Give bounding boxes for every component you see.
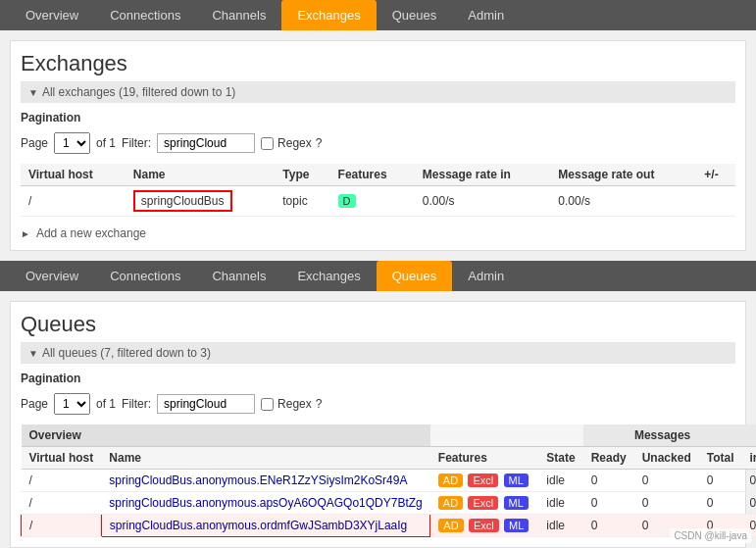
q-page-label: Page: [21, 397, 48, 411]
page-of: of 1: [96, 136, 116, 150]
q-col-ready: Ready: [583, 447, 634, 470]
regex-checkbox[interactable]: [261, 137, 274, 150]
queue-row: / springCloudBus.anonymous.ordmfGwJSambD…: [22, 515, 757, 537]
queues-section: Queues ▼ All queues (7, filtered down to…: [10, 301, 746, 548]
badge-ml: ML: [504, 496, 529, 510]
nav-channels-2[interactable]: Channels: [196, 261, 281, 291]
badge-ml: ML: [504, 519, 529, 532]
add-exchange-label: Add a new exchange: [36, 226, 146, 240]
q-col-rates-h: Message rates: [742, 424, 756, 447]
q-vhost: /: [22, 515, 102, 537]
q-col-state-h: [538, 424, 582, 447]
q-col-incoming: incoming: [742, 447, 756, 470]
queue-row: / springCloudBus.anonymous.ENeR1ZzYSiysI…: [22, 470, 757, 492]
col-rate-out: Message rate out: [550, 164, 696, 186]
q-name[interactable]: springCloudBus.anonymous.apsOyA6OQAGQo1Q…: [101, 492, 430, 515]
q-name[interactable]: springCloudBus.anonymous.ordmfGwJSambD3X…: [101, 515, 430, 537]
queue-row: / springCloudBus.anonymous.apsOyA6OQAGQo…: [22, 492, 757, 515]
col-name: Name: [126, 164, 275, 186]
q-name[interactable]: springCloudBus.anonymous.ENeR1ZzYSiysIm2…: [101, 470, 430, 492]
add-icon: ►: [21, 228, 30, 239]
e-rate-out: 0.00/s: [550, 186, 696, 217]
nav-overview-1[interactable]: Overview: [10, 0, 94, 30]
q-col-state: State: [538, 447, 582, 470]
regex-label: Regex ?: [261, 136, 322, 150]
nav-exchanges-2[interactable]: Exchanges: [281, 261, 376, 291]
nav-channels-1[interactable]: Channels: [196, 0, 281, 30]
filter-input[interactable]: [157, 133, 255, 153]
expand-icon-2: ▼: [28, 348, 38, 359]
col-features: Features: [330, 164, 415, 186]
nav-overview-2[interactable]: Overview: [10, 261, 94, 291]
queues-title: Queues: [21, 312, 735, 337]
add-exchange-row[interactable]: ► Add a new exchange: [21, 226, 735, 240]
nav-queues-2[interactable]: Queues: [377, 261, 453, 291]
q-state: idle: [538, 492, 582, 515]
exchanges-pagination: Page 1 of 1 Filter: Regex ?: [21, 132, 735, 154]
expand-icon: ▼: [28, 87, 38, 98]
q-ready: 0: [583, 515, 634, 537]
e-type: topic: [275, 186, 329, 217]
q-features: AD Excl ML: [430, 515, 539, 537]
exchange-row: / springCloudBus topic D 0.00/s 0.00/s: [21, 186, 735, 217]
exchanges-table: Virtual host Name Type Features Message …: [21, 164, 735, 217]
q-unacked: 0: [634, 470, 699, 492]
q-ready: 0: [583, 492, 634, 515]
e-rate-in: 0.00/s: [415, 186, 551, 217]
q-filter-input[interactable]: [157, 394, 255, 414]
q-col-unacked: Unacked: [634, 447, 699, 470]
q-total: 0: [699, 492, 742, 515]
nav-exchanges-1[interactable]: Exchanges: [281, 0, 376, 30]
q-col-name: Name: [101, 447, 430, 470]
pagination-label: Pagination: [21, 111, 80, 125]
q-col-features: Features: [430, 447, 539, 470]
q-total: 0: [699, 470, 742, 492]
nav-queues-1[interactable]: Queues: [377, 0, 453, 30]
badge-ad: AD: [438, 473, 463, 487]
q-incoming: 0.00/s: [742, 492, 756, 515]
nav-connections-1[interactable]: Connections: [94, 0, 196, 30]
q-col-vhost: Virtual host: [22, 447, 102, 470]
q-features: AD Excl ML: [430, 470, 539, 492]
page-label: Page: [21, 136, 48, 150]
col-vhost: Virtual host: [21, 164, 126, 186]
badge-exc: Excl: [469, 519, 499, 532]
badge-ml: ML: [504, 473, 529, 487]
q-vhost: /: [22, 470, 102, 492]
q-page-of: of 1: [96, 397, 116, 411]
col-type: Type: [275, 164, 329, 186]
q-state: idle: [538, 470, 582, 492]
nav-admin-1[interactable]: Admin: [452, 0, 520, 30]
exchanges-summary: ▼ All exchanges (19, filtered down to 1): [21, 81, 735, 103]
nav-admin-2[interactable]: Admin: [452, 261, 520, 291]
page-select[interactable]: 1: [54, 132, 90, 154]
q-state: idle: [538, 515, 582, 537]
nav-connections-2[interactable]: Connections: [94, 261, 196, 291]
q-incoming: 0.00/s: [742, 470, 756, 492]
q-col-total: Total: [699, 447, 742, 470]
q-vhost: /: [22, 492, 102, 515]
nav-bar-2: Overview Connections Channels Exchanges …: [0, 261, 756, 291]
q-col-messages-h: Messages: [583, 424, 742, 447]
e-pm: [696, 186, 735, 217]
badge-ad: AD: [438, 496, 463, 510]
q-filter-label: Filter:: [122, 397, 151, 411]
exchanges-section: Exchanges ▼ All exchanges (19, filtered …: [10, 40, 746, 251]
q-features: AD Excl ML: [430, 492, 539, 515]
col-plusminus: +/-: [696, 164, 735, 186]
badge-exc: Excl: [468, 496, 498, 510]
e-name[interactable]: springCloudBus: [126, 186, 275, 217]
q-unacked: 0: [634, 492, 699, 515]
col-rate-in: Message rate in: [415, 164, 551, 186]
filter-label: Filter:: [122, 136, 151, 150]
q-col-features-h: [430, 424, 539, 447]
badge-exc: Excl: [468, 473, 498, 487]
q-col-overview: Overview: [22, 424, 430, 447]
q-ready: 0: [583, 470, 634, 492]
q-page-select[interactable]: 1: [54, 393, 90, 415]
badge-ad: AD: [438, 519, 463, 532]
q-regex-checkbox[interactable]: [261, 398, 274, 411]
queues-summary: ▼ All queues (7, filtered down to 3): [21, 342, 735, 364]
e-vhost: /: [21, 186, 126, 217]
nav-bar-1: Overview Connections Channels Exchanges …: [0, 0, 756, 30]
